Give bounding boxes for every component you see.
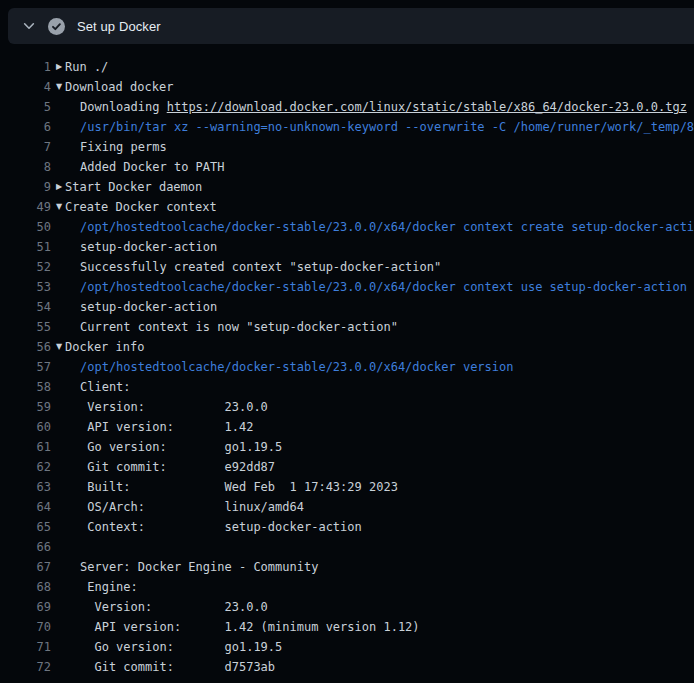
marker-spacer bbox=[56, 557, 65, 577]
log-viewer: 1▶Run ./4▼Download docker5Downloading ht… bbox=[0, 44, 694, 683]
marker-spacer bbox=[56, 417, 65, 437]
line-number[interactable]: 9 bbox=[0, 177, 51, 197]
log-line: 5Downloading https://download.docker.com… bbox=[0, 97, 694, 117]
line-number[interactable]: 63 bbox=[0, 477, 51, 497]
log-line: 67Server: Docker Engine - Community bbox=[0, 557, 694, 577]
line-number[interactable]: 68 bbox=[0, 577, 51, 597]
marker-spacer bbox=[56, 117, 65, 137]
log-text: Create Docker context bbox=[65, 197, 217, 217]
marker-spacer bbox=[56, 617, 65, 637]
marker-spacer bbox=[56, 297, 65, 317]
line-number[interactable]: 71 bbox=[0, 637, 51, 657]
marker-spacer bbox=[56, 457, 65, 477]
log-line-body: setup-docker-action bbox=[56, 297, 217, 317]
line-number[interactable]: 58 bbox=[0, 377, 51, 397]
marker-spacer bbox=[56, 237, 65, 257]
line-number[interactable]: 67 bbox=[0, 557, 51, 577]
line-number[interactable]: 57 bbox=[0, 357, 51, 377]
log-line-body: Version: 23.0.0 bbox=[56, 397, 268, 417]
log-line-body: Built: Wed Feb 1 17:43:29 2023 bbox=[56, 477, 398, 497]
line-number[interactable]: 49 bbox=[0, 197, 51, 217]
log-line-body: ▼Docker info bbox=[56, 337, 144, 357]
marker-spacer bbox=[56, 97, 65, 117]
line-number[interactable]: 61 bbox=[0, 437, 51, 457]
log-group-row[interactable]: 1▶Run ./ bbox=[0, 57, 694, 77]
log-command-text: /usr/bin/tar xz --warning=no-unknown-key… bbox=[65, 117, 694, 137]
step-header-set-up-docker[interactable]: Set up Docker bbox=[8, 8, 694, 44]
log-line-body: Go version: go1.19.5 bbox=[56, 437, 282, 457]
line-number[interactable]: 6 bbox=[0, 117, 51, 137]
log-line: 72 Git commit: d7573ab bbox=[0, 657, 694, 677]
line-number[interactable]: 62 bbox=[0, 457, 51, 477]
marker-spacer bbox=[56, 537, 65, 557]
log-line: 65 Context: setup-docker-action bbox=[0, 517, 694, 537]
log-line: 70 API version: 1.42 (minimum version 1.… bbox=[0, 617, 694, 637]
log-group-row[interactable]: 9▶Start Docker daemon bbox=[0, 177, 694, 197]
log-command-text: /opt/hostedtoolcache/docker-stable/23.0.… bbox=[65, 277, 687, 297]
log-text: Fixing perms bbox=[65, 137, 167, 157]
marker-spacer bbox=[56, 637, 65, 657]
marker-spacer bbox=[56, 317, 65, 337]
line-number[interactable]: 5 bbox=[0, 97, 51, 117]
line-number[interactable]: 55 bbox=[0, 317, 51, 337]
log-text: Start Docker daemon bbox=[65, 177, 202, 197]
log-line: 57/opt/hostedtoolcache/docker-stable/23.… bbox=[0, 357, 694, 377]
log-line-body: Git commit: e92dd87 bbox=[56, 457, 275, 477]
line-number[interactable]: 51 bbox=[0, 237, 51, 257]
marker-spacer bbox=[56, 377, 65, 397]
log-line-body: ▼Download docker bbox=[56, 77, 173, 97]
log-line: 68 Engine: bbox=[0, 577, 694, 597]
log-text: Client: bbox=[65, 377, 131, 397]
log-text: setup-docker-action bbox=[65, 237, 217, 257]
line-number[interactable]: 53 bbox=[0, 277, 51, 297]
marker-spacer bbox=[56, 597, 65, 617]
disclosure-triangle-icon: ▼ bbox=[56, 337, 65, 357]
log-line: 7Fixing perms bbox=[0, 137, 694, 157]
line-number[interactable]: 69 bbox=[0, 597, 51, 617]
log-line: 50/opt/hostedtoolcache/docker-stable/23.… bbox=[0, 217, 694, 237]
log-text: Go version: go1.19.5 bbox=[65, 637, 282, 657]
log-line: 63 Built: Wed Feb 1 17:43:29 2023 bbox=[0, 477, 694, 497]
log-text: Version: 23.0.0 bbox=[65, 397, 268, 417]
line-number[interactable]: 52 bbox=[0, 257, 51, 277]
log-group-row[interactable]: 56▼Docker info bbox=[0, 337, 694, 357]
log-line: 62 Git commit: e92dd87 bbox=[0, 457, 694, 477]
line-number[interactable]: 60 bbox=[0, 417, 51, 437]
line-number[interactable]: 70 bbox=[0, 617, 51, 637]
log-group-row[interactable]: 4▼Download docker bbox=[0, 77, 694, 97]
line-number[interactable]: 1 bbox=[0, 57, 51, 77]
line-number[interactable]: 56 bbox=[0, 337, 51, 357]
marker-spacer bbox=[56, 497, 65, 517]
log-line-body: Current context is now "setup-docker-act… bbox=[56, 317, 398, 337]
line-number[interactable]: 8 bbox=[0, 157, 51, 177]
log-line-body: /opt/hostedtoolcache/docker-stable/23.0.… bbox=[56, 277, 687, 297]
log-text: Version: 23.0.0 bbox=[65, 597, 268, 617]
log-text: setup-docker-action bbox=[65, 297, 217, 317]
log-line-body: Client: bbox=[56, 377, 131, 397]
log-link[interactable]: https://download.docker.com/linux/static… bbox=[167, 100, 687, 114]
marker-spacer bbox=[56, 217, 65, 237]
log-text: Successfully created context "setup-dock… bbox=[65, 257, 441, 277]
line-number[interactable]: 64 bbox=[0, 497, 51, 517]
log-group-row[interactable]: 49▼Create Docker context bbox=[0, 197, 694, 217]
step-title: Set up Docker bbox=[77, 19, 161, 34]
log-line-body: ▶Start Docker daemon bbox=[56, 177, 202, 197]
line-number[interactable]: 50 bbox=[0, 217, 51, 237]
line-number[interactable]: 4 bbox=[0, 77, 51, 97]
log-text: Git commit: d7573ab bbox=[65, 657, 275, 677]
line-number[interactable]: 59 bbox=[0, 397, 51, 417]
log-command-text: /opt/hostedtoolcache/docker-stable/23.0.… bbox=[65, 357, 513, 377]
line-number[interactable]: 65 bbox=[0, 517, 51, 537]
marker-spacer bbox=[56, 397, 65, 417]
log-line: 55Current context is now "setup-docker-a… bbox=[0, 317, 694, 337]
log-line: 71 Go version: go1.19.5 bbox=[0, 637, 694, 657]
line-number[interactable]: 72 bbox=[0, 657, 51, 677]
log-line: 52Successfully created context "setup-do… bbox=[0, 257, 694, 277]
marker-spacer bbox=[56, 157, 65, 177]
disclosure-triangle-icon: ▼ bbox=[56, 197, 65, 217]
line-number[interactable]: 7 bbox=[0, 137, 51, 157]
chevron-down-icon[interactable] bbox=[22, 19, 36, 33]
marker-spacer bbox=[56, 657, 65, 677]
line-number[interactable]: 66 bbox=[0, 537, 51, 557]
line-number[interactable]: 54 bbox=[0, 297, 51, 317]
